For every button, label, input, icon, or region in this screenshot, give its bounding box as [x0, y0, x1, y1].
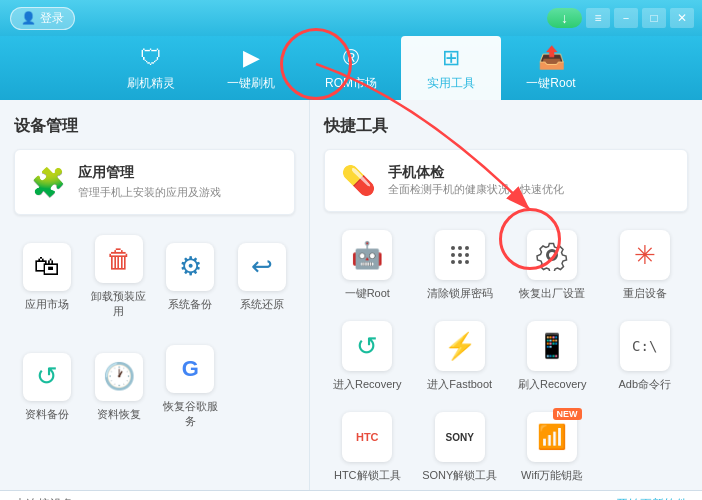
wifi-label: Wifi万能钥匙	[521, 468, 583, 483]
quick-restore-factory[interactable]: 恢复出厂设置	[509, 222, 596, 309]
left-panel: 设备管理 🧩 应用管理 管理手机上安装的应用及游戏 🛍 应用市场 🗑 卸载预装应…	[0, 100, 310, 490]
quick-enter-recovery[interactable]: ↺ 进入Recovery	[324, 313, 411, 400]
rom-icon: ®	[343, 45, 359, 71]
nav-practical-tools[interactable]: ⊞ 实用工具	[401, 36, 501, 100]
device-icon-grid: 🛍 应用市场 🗑 卸载预装应用 ⚙ 系统备份 ↩ 系统还原	[14, 225, 295, 439]
quick-htc-unlock[interactable]: HTC HTC解锁工具	[324, 404, 411, 491]
fastboot-icon-box: ⚡	[435, 321, 485, 371]
sys-backup-item[interactable]: ⚙ 系统备份	[158, 225, 224, 329]
title-bar-left: 👤 登录	[10, 7, 75, 30]
health-check-card[interactable]: 💊 手机体检 全面检测手机的健康状况，快速优化	[324, 149, 688, 212]
data-recovery-item[interactable]: 🕐 资料恢复	[86, 335, 152, 439]
quick-tools-row2: ↺ 进入Recovery ⚡ 进入Fastboot 📱 刷入Recovery C…	[324, 313, 688, 400]
close-button[interactable]: ✕	[670, 8, 694, 28]
quick-clear-lock[interactable]: 清除锁屏密码	[417, 222, 504, 309]
google-service-icon-box: G	[166, 345, 214, 393]
nav-flash-expert[interactable]: 🛡 刷机精灵	[101, 36, 201, 100]
sync-icon: ↺	[36, 361, 58, 392]
app-store-icon: 🛍	[34, 251, 60, 282]
nav-one-key-flash[interactable]: ▶ 一键刷机	[201, 36, 301, 100]
trash-icon: 🗑	[106, 244, 132, 275]
flash-recovery-icon-box: 📱	[527, 321, 577, 371]
dots-icon	[445, 240, 475, 270]
quick-enter-fastboot[interactable]: ⚡ 进入Fastboot	[417, 313, 504, 400]
adb-label: Adb命令行	[618, 377, 671, 392]
wifi-icon: 📶	[537, 423, 567, 451]
new-badge: NEW	[553, 408, 582, 420]
data-backup-icon-box: ↺	[23, 353, 71, 401]
content-area: 设备管理 🧩 应用管理 管理手机上安装的应用及游戏 🛍 应用市场 🗑 卸载预装应…	[0, 100, 702, 490]
svg-point-7	[458, 260, 462, 264]
quick-tools-row1: 🤖 一键Root	[324, 222, 688, 309]
quick-one-key-root[interactable]: 🤖 一键Root	[324, 222, 411, 309]
health-check-desc: 全面检测手机的健康状况，快速优化	[388, 182, 564, 197]
recovery-icon-box: ↺	[342, 321, 392, 371]
upload-icon: 📤	[538, 45, 565, 71]
login-button[interactable]: 👤 登录	[10, 7, 75, 30]
shield-icon: 🛡	[140, 45, 162, 71]
clear-lock-label: 清除锁屏密码	[427, 286, 493, 301]
svg-point-0	[451, 246, 455, 250]
reboot-icon-box: ✳	[620, 230, 670, 280]
factory-label: 恢复出厂设置	[519, 286, 585, 301]
nav-label-practical-tools: 实用工具	[427, 75, 475, 92]
nav-label-flash-expert: 刷机精灵	[127, 75, 175, 92]
sony-text-icon: SONY	[446, 432, 474, 443]
connection-status: 未连接设备	[14, 496, 74, 500]
svg-point-2	[465, 246, 469, 250]
app-management-card[interactable]: 🧩 应用管理 管理手机上安装的应用及游戏	[14, 149, 295, 215]
download-button[interactable]: ↓	[547, 8, 582, 28]
sys-restore-item[interactable]: ↩ 系统还原	[229, 225, 295, 329]
sony-icon-box: SONY	[435, 412, 485, 462]
app-store-icon-box: 🛍	[23, 243, 71, 291]
app-management-title: 应用管理	[78, 164, 221, 182]
svg-point-3	[451, 253, 455, 257]
user-icon: 👤	[21, 11, 36, 25]
app-management-desc: 管理手机上安装的应用及游戏	[78, 185, 221, 200]
play-icon: ▶	[243, 45, 260, 71]
nav-label-one-key-root: 一键Root	[526, 75, 575, 92]
puzzle-icon: 🧩	[31, 166, 66, 199]
nav-one-key-root[interactable]: 📤 一键Root	[501, 36, 601, 100]
login-label: 登录	[40, 10, 64, 27]
data-recovery-icon-box: 🕐	[95, 353, 143, 401]
asterisk-icon: ✳	[634, 240, 656, 271]
svg-point-1	[458, 246, 462, 250]
sys-backup-icon-box: ⚙	[166, 243, 214, 291]
data-backup-item[interactable]: ↺ 资料备份	[14, 335, 80, 439]
quick-reboot[interactable]: ✳ 重启设备	[602, 222, 689, 309]
quick-empty	[602, 404, 689, 491]
app-store-item[interactable]: 🛍 应用市场	[14, 225, 80, 329]
nav-label-one-key-flash: 一键刷机	[227, 75, 275, 92]
quick-adb-command[interactable]: C:\ Adb命令行	[602, 313, 689, 400]
data-recovery-label: 资料恢复	[97, 407, 141, 422]
cmd-icon: C:\	[632, 338, 657, 354]
google-service-item[interactable]: G 恢复谷歌服务	[158, 335, 224, 439]
sys-backup-label: 系统备份	[168, 297, 212, 312]
svg-point-8	[465, 260, 469, 264]
title-bar-controls: ↓ ≡ － □ ✕	[541, 8, 694, 28]
menu-button[interactable]: ≡	[586, 8, 610, 28]
restore-button[interactable]: □	[642, 8, 666, 28]
reboot-label: 重启设备	[623, 286, 667, 301]
health-check-title: 手机体检	[388, 164, 564, 182]
quick-wifi-key[interactable]: NEW 📶 Wifi万能钥匙	[509, 404, 596, 491]
uninstall-label: 卸载预装应用	[90, 289, 148, 319]
left-section-title: 设备管理	[14, 116, 295, 137]
tools-icon: ⊞	[442, 45, 460, 71]
gear-icon	[536, 239, 568, 271]
right-section-title: 快捷工具	[324, 116, 688, 137]
uninstall-item[interactable]: 🗑 卸载预装应用	[86, 225, 152, 329]
quick-flash-recovery[interactable]: 📱 刷入Recovery	[509, 313, 596, 400]
sony-label: SONY解锁工具	[422, 468, 497, 483]
update-software-button[interactable]: 开始更新软件	[616, 496, 688, 500]
android-icon: 🤖	[351, 240, 383, 271]
google-service-label: 恢复谷歌服务	[162, 399, 220, 429]
quick-sony-unlock[interactable]: SONY SONY解锁工具	[417, 404, 504, 491]
health-icon: 💊	[341, 164, 376, 197]
svg-point-4	[458, 253, 462, 257]
minimize-button[interactable]: －	[614, 8, 638, 28]
factory-icon-box	[527, 230, 577, 280]
health-check-text: 手机体检 全面检测手机的健康状况，快速优化	[388, 164, 564, 197]
nav-rom-market[interactable]: ® ROM市场	[301, 36, 401, 100]
